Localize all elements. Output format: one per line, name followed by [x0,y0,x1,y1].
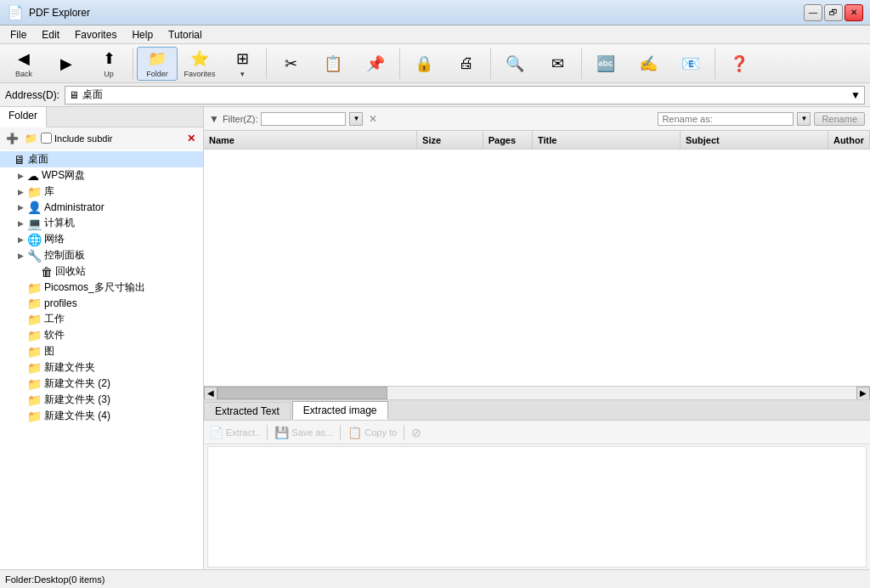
tree-folder-icon: 📁 [27,297,42,310]
include-subdir-label[interactable]: Include subdir [41,133,113,144]
rename-button[interactable]: Rename [814,112,865,126]
column-header-name[interactable]: Name [204,131,417,149]
filter-icon: ▼ [209,113,219,125]
bottom-content [207,446,867,568]
tree-expand-icon [14,313,27,326]
forward-button[interactable]: ▶ [46,47,87,81]
tree-item[interactable]: ▶📁库 [0,184,203,200]
column-header-pages[interactable]: Pages [483,131,533,149]
add-folder-button[interactable]: ➕ [3,130,20,147]
horizontal-scrollbar[interactable]: ◀ ▶ [204,386,870,399]
tree-expand-icon [14,393,27,407]
tree-item[interactable]: 📁工作 [0,311,203,327]
tree-item-label: 库 [44,184,54,199]
cancel-button[interactable]: ⊘ [411,426,421,439]
scroll-track[interactable] [218,387,856,399]
text-replace-button[interactable]: 🔤 [585,47,626,81]
folder-button[interactable]: 📁 Folder [137,47,178,81]
tree-item[interactable]: ▶🔧控制面板 [0,247,203,263]
rename-input[interactable] [658,112,794,126]
back-button[interactable]: ◀ Back [3,47,44,81]
filter-dropdown-button[interactable]: ▼ [349,112,363,126]
search-icon: 🔍 [506,54,524,73]
addressbar-value[interactable]: 🖥 桌面 ▼ [65,86,865,105]
column-header-title[interactable]: Title [533,131,681,149]
cut-button[interactable]: ✂ [270,47,311,81]
tree-item[interactable]: 📁新建文件夹 (2) [0,376,203,392]
tree-item[interactable]: 📁新建文件夹 (3) [0,392,203,408]
tree-folder-icon: 📁 [27,377,42,391]
column-header-size[interactable]: Size [417,131,483,149]
tree-item[interactable]: 📁新建文件夹 [0,359,203,376]
tree-item[interactable]: ▶👤Administrator [0,200,203,215]
right-panel: ▼ Filter(Z): ▼ ✕ ▼ Rename Name Size Page… [204,107,870,569]
new-folder-button[interactable]: 📁 [22,130,39,147]
menu-help[interactable]: Help [125,27,160,42]
tree-item-label: 图 [44,344,54,359]
extract-button[interactable]: 📄 Extract.. [209,426,260,439]
menu-file[interactable]: File [3,27,33,42]
status-text: Folder:Desktop(0 items) [5,574,865,585]
tree-item-label: 新建文件夹 (3) [44,393,110,407]
sign-button[interactable]: ✍ [628,47,669,81]
tree-item[interactable]: 📁profiles [0,296,203,311]
tree-expand-icon: ▶ [14,185,27,199]
tree-item[interactable]: ▶💻计算机 [0,215,203,231]
tree-item-label: Picosmos_多尺寸输出 [44,280,145,295]
tab-folder[interactable]: Folder [0,107,47,127]
view-button[interactable]: ⊞ ▾ [222,47,263,81]
lock-button[interactable]: 🔒 [404,47,444,81]
saveas-button[interactable]: 💾 Save as... [274,426,333,439]
scroll-thumb[interactable] [218,387,387,399]
menu-tutorial[interactable]: Tutorial [161,27,209,42]
tree-item[interactable]: 🗑回收站 [0,263,203,280]
filter-input[interactable] [261,112,346,126]
copy-button[interactable]: 📋 [313,47,353,81]
addressbar-icon: 🖥 [69,89,79,101]
tree-item[interactable]: 📁Picosmos_多尺寸输出 [0,280,203,296]
tab-extracted-image[interactable]: Extracted image [292,401,388,420]
tree-folder-icon: 🌐 [27,233,42,246]
close-panel-button[interactable]: ✕ [183,130,200,147]
menu-edit[interactable]: Edit [35,27,66,42]
folder-tabs: Folder [0,107,203,127]
tree-item[interactable]: ▶☁WPS网盘 [0,167,203,184]
rename-dropdown-button[interactable]: ▼ [797,112,811,126]
include-subdir-checkbox[interactable] [41,133,52,144]
tree-expand-icon [14,329,27,342]
send-button[interactable]: 📧 [670,47,711,81]
up-button[interactable]: ⬆ Up [88,47,129,81]
scroll-right-button[interactable]: ▶ [856,387,870,400]
copyto-button[interactable]: 📋 Copy to [347,426,397,439]
column-header-author[interactable]: Author [828,131,870,149]
tree-expand-icon [27,265,41,279]
close-button[interactable]: ✕ [845,4,863,21]
tree-folder-icon: 📁 [27,329,42,342]
toolbar-divider-1 [267,425,268,440]
tree-folder-icon: 🗑 [41,265,53,279]
favorites-button[interactable]: ⭐ Favorites [179,47,220,81]
paste-button[interactable]: 📌 [355,47,396,81]
print-button[interactable]: 🖨 [446,47,487,81]
toolbar-sep-1 [133,48,133,79]
tree-item[interactable]: 📁新建文件夹 (4) [0,408,203,424]
minimize-button[interactable]: — [804,4,822,21]
help-button[interactable]: ❓ [719,47,760,81]
email-button[interactable]: ✉ [537,47,578,81]
filter-clear-button[interactable]: ✕ [366,112,380,126]
restore-button[interactable]: 🗗 [824,4,843,21]
tree-item[interactable]: ▶🌐网络 [0,231,203,247]
print-icon: 🖨 [459,54,474,72]
tree-item[interactable]: 🖥桌面 [0,151,203,167]
rename-section: ▼ Rename [658,112,865,126]
tree-item[interactable]: 📁软件 [0,327,203,343]
menu-favorites[interactable]: Favorites [68,27,123,42]
search-button[interactable]: 🔍 [494,47,535,81]
addressbar-dropdown-icon[interactable]: ▼ [850,89,861,101]
tree-item[interactable]: 📁图 [0,343,203,359]
tab-extracted-text[interactable]: Extracted Text [204,402,291,420]
sign-icon: ✍ [639,54,658,73]
tree-item-label: Administrator [44,201,105,213]
scroll-left-button[interactable]: ◀ [204,387,218,400]
column-header-subject[interactable]: Subject [681,131,828,149]
